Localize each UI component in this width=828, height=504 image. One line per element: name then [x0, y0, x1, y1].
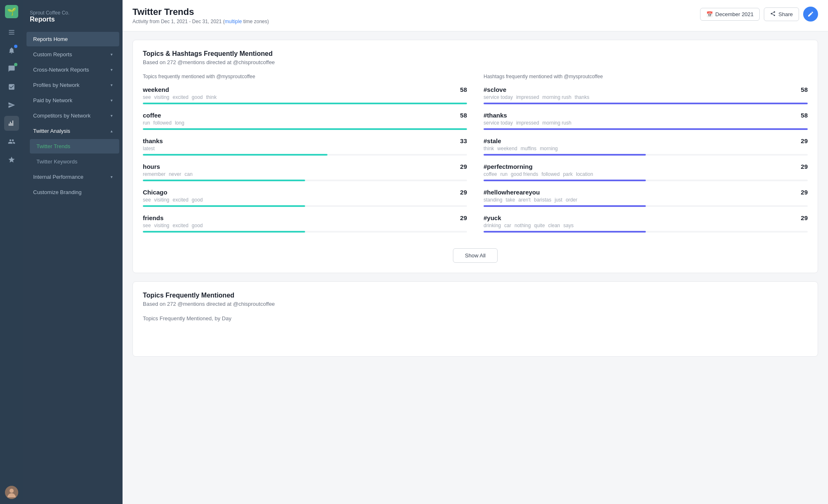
messages-badge [14, 63, 17, 66]
sidebar-item-internal-performance[interactable]: Internal Performance ▾ [26, 170, 119, 184]
section-title: Reports [30, 16, 116, 23]
company-name: Sprout Coffee Co. [30, 10, 116, 16]
topic-tags: seevisitingexcitedgood [143, 197, 467, 203]
sidebar-label-customize-branding: Customize Branding [33, 189, 82, 195]
sidebar-item-twitter-trends[interactable]: Twitter Trends [30, 139, 119, 154]
svg-rect-2 [9, 34, 14, 35]
topic-tags: thinkweekendmuffinsmorning [484, 146, 808, 151]
compose-button[interactable] [803, 7, 818, 22]
topbar: Twitter Trends Activity from Dec 1, 2021… [123, 0, 828, 31]
topic-name: #thanks [484, 112, 507, 119]
topic-bar-wrap [484, 180, 808, 181]
topic-bar [143, 103, 467, 104]
topic-bar [143, 180, 305, 181]
user-avatar[interactable] [5, 486, 18, 499]
icon-rail: 🌱 [0, 0, 23, 504]
share-icon [770, 11, 776, 18]
sidebar-item-competitors-by-network[interactable]: Competitors by Network ▾ [26, 108, 119, 123]
card1-title: Topics & Hashtags Frequently Mentioned [143, 50, 808, 58]
topic-tags: service todayimpressedmorning rushthanks [484, 94, 808, 100]
topic-tags: standingtakearen'tbaristasjustorder [484, 197, 808, 203]
feed-icon[interactable] [4, 25, 19, 40]
chevron-down-icon: ▾ [111, 67, 113, 72]
topic-name: #sclove [484, 86, 506, 93]
content-area: Topics & Hashtags Frequently Mentioned B… [123, 31, 828, 504]
topic-bar-wrap [484, 205, 808, 207]
topic-tags: drinkingcarnothingquitecleansays [484, 223, 808, 228]
chart-label: Topics Frequently Mentioned, by Day [143, 315, 808, 322]
topic-bar-wrap [143, 128, 467, 130]
topic-name: #perfectmorning [484, 163, 532, 170]
topic-bar [484, 205, 646, 207]
sidebar-item-cross-network[interactable]: Cross-Network Reports ▾ [26, 62, 119, 77]
timezone-link[interactable]: multiple [225, 19, 242, 24]
sidebar-label-twitter-analysis: Twitter Analysis [33, 128, 70, 134]
topic-count: 58 [460, 112, 467, 119]
list-item: weekend58seevisitingexcitedgoodthink [143, 86, 467, 104]
topic-count: 58 [460, 86, 467, 93]
topic-bar [143, 231, 305, 233]
messages-icon[interactable] [4, 61, 19, 76]
topbar-actions: 📅 December 2021 Share [700, 7, 818, 22]
sidebar-item-customize-branding[interactable]: Customize Branding [26, 185, 119, 199]
chart-placeholder [143, 322, 808, 346]
sidebar-label-twitter-trends: Twitter Trends [36, 143, 70, 149]
analytics-icon[interactable] [4, 116, 19, 131]
list-item: #stale29thinkweekendmuffinsmorning [484, 137, 808, 156]
svg-rect-1 [9, 32, 14, 33]
show-all-wrapper: Show All [143, 248, 808, 263]
sidebar-item-profiles-by-network[interactable]: Profiles by Network ▾ [26, 78, 119, 92]
topic-name: #hellowhereareyou [484, 189, 540, 196]
sidebar: Sprout Coffee Co. Reports Reports Home C… [23, 0, 123, 504]
topic-bar-wrap [143, 154, 467, 156]
sidebar-item-paid-by-network[interactable]: Paid by Network ▾ [26, 93, 119, 108]
topic-bar-wrap [484, 128, 808, 130]
list-item: #perfectmorning29coffeerungood friendsfo… [484, 163, 808, 181]
list-item: #yuck29drinkingcarnothingquitecleansays [484, 214, 808, 233]
hashtags-column: Hashtags frequently mentioned with @mysp… [484, 74, 808, 240]
card2-subtitle: Based on 272 @mentions directed at @chis… [143, 301, 808, 307]
topic-bar [484, 180, 646, 181]
topic-bar [484, 154, 646, 156]
sidebar-item-twitter-analysis[interactable]: Twitter Analysis ▴ [26, 124, 119, 138]
show-all-button[interactable]: Show All [453, 248, 498, 263]
sidebar-item-custom-reports[interactable]: Custom Reports ▾ [26, 47, 119, 62]
list-item: Chicago29seevisitingexcitedgood [143, 189, 467, 207]
topic-bar-wrap [484, 103, 808, 104]
topic-name: #yuck [484, 214, 501, 221]
star-icon[interactable] [4, 152, 19, 167]
topic-name: hours [143, 163, 160, 170]
people-icon[interactable] [4, 134, 19, 149]
topic-tags: seevisitingexcitedgoodthink [143, 94, 467, 100]
share-button[interactable]: Share [764, 7, 799, 21]
topic-tags: remembernevercan [143, 171, 467, 177]
sidebar-label-competitors-by-network: Competitors by Network [33, 113, 91, 119]
sidebar-label-twitter-keywords: Twitter Keywords [36, 158, 77, 165]
topic-tags: seevisitingexcitedgood [143, 223, 467, 228]
topic-bar-wrap [143, 231, 467, 233]
compose-icon[interactable] [4, 98, 19, 113]
topic-name: coffee [143, 112, 161, 119]
topic-count: 58 [801, 86, 808, 93]
sidebar-item-reports-home[interactable]: Reports Home [26, 32, 119, 46]
list-item: #thanks58service todayimpressedmorning r… [484, 112, 808, 130]
topic-count: 29 [801, 137, 808, 144]
main-content: Twitter Trends Activity from Dec 1, 2021… [123, 0, 828, 504]
sidebar-label-reports-home: Reports Home [33, 36, 68, 42]
topics-col-header: Topics frequently mentioned with @myspro… [143, 74, 467, 79]
page-title: Twitter Trends [132, 7, 269, 17]
notification-icon[interactable] [4, 43, 19, 58]
topic-tags: latest [143, 146, 467, 151]
topic-bar [143, 205, 305, 207]
topic-tags: coffeerungood friendsfollowedparklocatio… [484, 171, 808, 177]
tasks-icon[interactable] [4, 79, 19, 94]
page-header: Twitter Trends Activity from Dec 1, 2021… [132, 7, 269, 24]
topic-name: Chicago [143, 189, 167, 196]
chevron-up-icon: ▴ [111, 129, 113, 133]
chevron-down-icon: ▾ [111, 83, 113, 87]
sidebar-item-twitter-keywords[interactable]: Twitter Keywords [30, 154, 119, 169]
chevron-down-icon: ▾ [111, 52, 113, 57]
date-picker-button[interactable]: 📅 December 2021 [700, 8, 760, 21]
chevron-down-icon: ▾ [111, 98, 113, 103]
sidebar-label-profiles-by-network: Profiles by Network [33, 82, 79, 88]
